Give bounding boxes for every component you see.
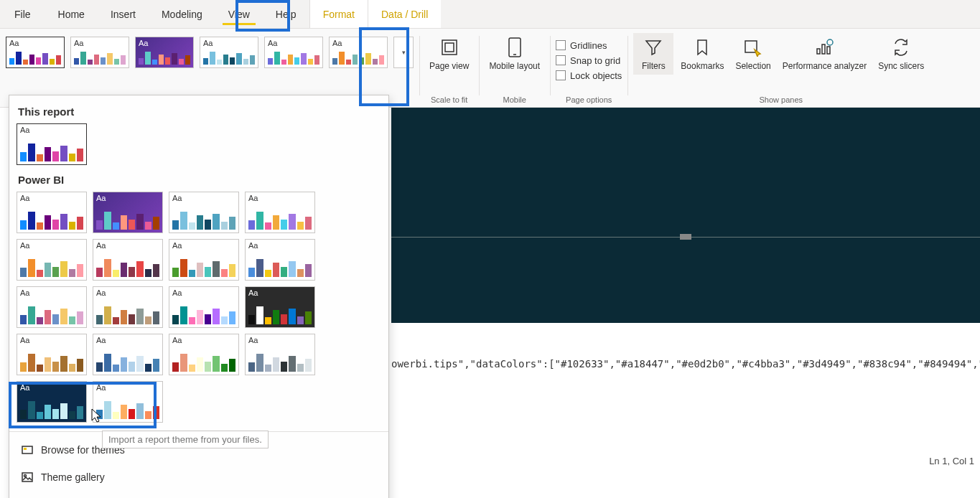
- ribbon-group-label-page-options: Page options: [566, 95, 612, 105]
- theme-thumb-2[interactable]: Aa: [70, 37, 129, 68]
- ribbon-group-label-mobile: Mobile: [503, 95, 526, 105]
- theme-twilight[interactable]: Aa: [93, 334, 163, 375]
- theme-thumb-4[interactable]: Aa: [200, 37, 258, 68]
- selection-pane-button[interactable]: Selection: [731, 33, 775, 75]
- ribbon-group-show-panes: Filters Bookmarks Selection Performance …: [627, 33, 934, 107]
- bookmark-icon: [691, 36, 714, 59]
- theme-thumb-6[interactable]: Aa: [329, 37, 388, 68]
- theme-thumb-3[interactable]: Aa: [135, 37, 194, 68]
- menu-home[interactable]: Home: [45, 0, 98, 28]
- mobile-layout-button[interactable]: Mobile layout: [485, 33, 544, 75]
- chevron-down-icon: ▾: [402, 49, 406, 56]
- filter-icon: [642, 36, 665, 59]
- theme-thumb-current[interactable]: Aa: [6, 37, 65, 68]
- ribbon-group-label-scale: Scale to fit: [431, 95, 467, 105]
- theme-this-report-1[interactable]: Aa: [17, 123, 87, 165]
- ribbon-group-mobile: Mobile layout Mobile: [479, 33, 550, 107]
- checkbox-gridlines[interactable]: Gridlines: [556, 40, 622, 51]
- theme-colorblind[interactable]: Aa: [169, 286, 239, 328]
- theme-tidal[interactable]: Aa: [169, 192, 239, 233]
- svg-rect-7: [827, 47, 830, 54]
- menu-data-drill[interactable]: Data / Drill: [368, 0, 441, 28]
- gallery-section-this-report: This report: [18, 105, 380, 118]
- menu-modeling[interactable]: Modeling: [149, 0, 215, 28]
- json-preview: owerbi.tips","dataColors":["#102633","#a…: [391, 355, 980, 384]
- theme-storm[interactable]: Aa: [245, 334, 315, 375]
- theme-divergent[interactable]: Aa: [169, 334, 239, 375]
- theme-gallery-link[interactable]: Theme gallery: [14, 464, 384, 491]
- cursor-icon: [90, 408, 103, 426]
- customize-current-theme[interactable]: Customize current theme: [14, 491, 384, 498]
- theme-electric[interactable]: Aa: [17, 381, 87, 423]
- menubar: File Home Insert Modeling View Help Form…: [0, 0, 980, 29]
- theme-bloom[interactable]: Aa: [93, 192, 163, 233]
- svg-rect-5: [817, 49, 820, 54]
- theme-thumb-5[interactable]: Aa: [264, 37, 323, 68]
- sync-slicers-button[interactable]: Sync slicers: [874, 33, 928, 75]
- theme-innovate[interactable]: Aa: [245, 192, 315, 233]
- mobile-icon: [503, 36, 526, 59]
- browse-tooltip: Import a report theme from your files.: [102, 431, 269, 448]
- theme-default[interactable]: Aa: [17, 192, 87, 233]
- theme-high-contrast[interactable]: Aa: [245, 286, 315, 328]
- menu-view[interactable]: View: [215, 0, 263, 28]
- theme-executive[interactable]: Aa: [17, 286, 87, 328]
- bookmarks-pane-button[interactable]: Bookmarks: [676, 33, 728, 75]
- svg-rect-1: [445, 43, 454, 52]
- filters-pane-button[interactable]: Filters: [633, 33, 673, 75]
- ribbon-group-page-options: Gridlines Snap to grid Lock objects Page…: [550, 33, 627, 107]
- gallery-icon: [21, 471, 34, 484]
- theme-solar[interactable]: Aa: [17, 334, 87, 375]
- theme-sunset[interactable]: Aa: [93, 239, 163, 281]
- svg-rect-10: [24, 448, 27, 450]
- menu-format[interactable]: Format: [309, 0, 368, 28]
- menu-help[interactable]: Help: [263, 0, 309, 28]
- checkbox-lock-objects[interactable]: Lock objects: [556, 70, 622, 81]
- svg-point-8: [827, 39, 833, 45]
- menu-insert[interactable]: Insert: [98, 0, 149, 28]
- page-view-icon: [438, 36, 461, 59]
- ribbon-group-label-panes: Show panes: [759, 95, 803, 105]
- checkbox-snap-to-grid[interactable]: Snap to grid: [556, 55, 622, 66]
- gallery-section-powerbi: Power BI: [18, 174, 380, 186]
- status-bar: Ln 1, Col 1: [929, 456, 974, 466]
- page-view-button[interactable]: Page view: [425, 33, 473, 75]
- svg-rect-2: [509, 38, 521, 57]
- theme-classroom[interactable]: Aa: [245, 239, 315, 281]
- themes-quick-row: Aa Aa Aa Aa Aa Aa ▾: [6, 33, 414, 72]
- svg-rect-11: [22, 473, 32, 481]
- theme-frontier[interactable]: Aa: [93, 286, 163, 328]
- sync-icon: [890, 36, 913, 59]
- theme-classic[interactable]: Aa: [17, 239, 87, 281]
- ribbon-group-scale: Page view Scale to fit: [419, 33, 479, 107]
- themes-dropdown-button[interactable]: ▾: [393, 37, 414, 68]
- menu-file[interactable]: File: [0, 0, 45, 28]
- perf-icon: [813, 36, 836, 59]
- svg-rect-0: [442, 40, 457, 55]
- report-canvas[interactable]: [391, 108, 980, 323]
- selection-icon: [742, 36, 765, 59]
- performance-analyzer-button[interactable]: Performance analyzer: [778, 33, 871, 75]
- canvas-split-handle[interactable]: [680, 234, 691, 240]
- svg-rect-6: [822, 44, 825, 54]
- theme-city-park[interactable]: Aa: [169, 239, 239, 281]
- browse-icon: [21, 443, 34, 456]
